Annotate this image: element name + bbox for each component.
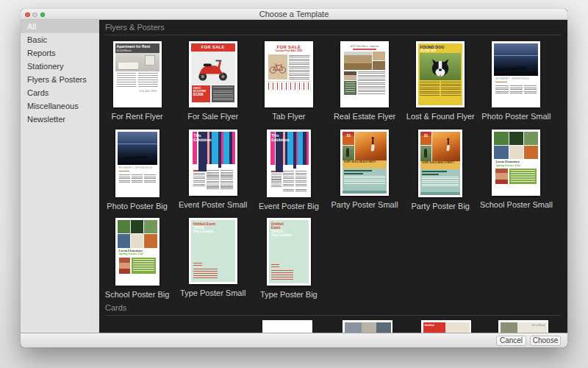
template-label: Party Poster Big — [412, 202, 470, 210]
thumbnail-school-poster-small: Lorem Elementary Spring Science Fair — [492, 130, 540, 196]
house-photo — [344, 52, 372, 70]
dialog-footer: Cancel Choose — [21, 333, 567, 347]
sidebar-item-miscellaneous[interactable]: Miscellaneous — [21, 99, 99, 113]
wall-frame-shape — [145, 55, 155, 66]
bike-photo — [268, 54, 287, 80]
living-room-photo — [115, 53, 159, 71]
pier-photo — [494, 43, 538, 76]
cancel-button[interactable]: Cancel — [496, 336, 526, 346]
photo-collage — [494, 132, 538, 159]
category-sidebar: All Basic Reports Stationery Flyers & Po… — [21, 20, 99, 333]
template-type-poster-big[interactable]: Untitled Event 7/26/13 The Location Type… — [251, 212, 326, 300]
calendar-date-box: 31 — [343, 132, 354, 145]
surfer-photo — [420, 146, 431, 160]
template-for-rent-flyer[interactable]: Apartment for Rent $1400/Month 123.456.7… — [99, 35, 175, 124]
template-photo-poster-big[interactable]: ROBERT JENNINGS Photo Poster Big — [99, 124, 175, 212]
scooter-graphic — [193, 54, 233, 84]
thumbnail-for-sale: FOR SALE — [189, 41, 237, 107]
sidebar-item-flyers-posters[interactable]: Flyers & Posters — [21, 73, 99, 86]
template-for-sale-flyer[interactable]: FOR SALE — [175, 35, 251, 124]
contact-box — [344, 81, 356, 94]
template-photo-poster-small[interactable]: ROBERT JENNINGS Photo Poster Small — [478, 35, 554, 124]
template-label: Photo Poster Big — [107, 202, 168, 210]
kid-photo — [119, 258, 130, 274]
thumbnail-event-poster-small: This Exhibition — [189, 130, 237, 196]
template-event-poster-small[interactable]: This Exhibition Event Poster Small — [175, 124, 251, 212]
thumbnail-event-poster-big: This Exhibition — [267, 130, 311, 197]
info-box — [132, 258, 156, 274]
template-card-untitled[interactable]: Untitled — [421, 320, 471, 333]
template-lost-found-flyer[interactable]: FOUND DOG 123-456-7890 — [403, 35, 478, 124]
template-label: Type Poster Small — [180, 289, 245, 297]
template-party-poster-small[interactable]: 31 SURF, SUN & BEACH P — [326, 124, 402, 212]
thumbnail-photo-poster-small: ROBERT JENNINGS — [492, 41, 540, 107]
template-event-poster-big[interactable]: This Exhibition Event Poster Big — [251, 124, 326, 212]
template-card-weve-moved[interactable]: We've Moved — [498, 320, 548, 333]
sidebar-item-cards[interactable]: Cards — [21, 86, 99, 99]
template-gallery[interactable]: Flyers & Posters Apartment for Rent $140… — [99, 20, 567, 333]
template-label: School Poster Big — [105, 290, 169, 299]
thumbnail-for-rent: Apartment for Rent $1400/Month 123.456.7… — [113, 41, 162, 107]
price-line — [353, 49, 376, 50]
template-tab-flyer[interactable]: FOR SALE Custom Fixie Bike: $300 — [251, 35, 326, 124]
template-label: Type Poster Big — [260, 290, 318, 299]
choose-button[interactable]: Choose — [530, 336, 561, 346]
template-label: For Sale Flyer — [187, 112, 238, 121]
template-card-photo[interactable] — [343, 320, 392, 333]
template-type-poster-small[interactable]: Untitled Event 7/26/13 The Location Type… — [175, 212, 251, 300]
surfer-photo — [343, 146, 354, 160]
date-line — [495, 82, 507, 83]
date-line — [119, 171, 129, 172]
thumbnail-tab-flyer: FOR SALE Custom Fixie Bike: $300 — [265, 41, 313, 107]
beach-photo — [432, 132, 460, 161]
thumbnail-type-poster-small: Untitled Event 7/26/13 The Location — [189, 218, 237, 284]
thumbnail-school-poster-big: Lorem Elementary Spring Science Fair — [115, 218, 159, 286]
cards-row-clipped: Untitled We've Moved — [99, 320, 567, 333]
choose-template-dialog: Choose a Template All Basic Reports Stat… — [21, 9, 567, 347]
agent-photo — [344, 71, 356, 80]
titlebar[interactable]: Choose a Template — [21, 9, 567, 20]
template-label: Photo Poster Small — [481, 112, 551, 121]
dog-graphic — [420, 53, 461, 80]
info-box — [509, 169, 537, 184]
beach-photo — [355, 132, 387, 160]
sidebar-item-reports[interactable]: Reports — [21, 46, 99, 60]
section-header-flyers: Flyers & Posters — [105, 23, 562, 35]
template-label: School Poster Small — [480, 200, 553, 209]
sidebar-item-newsletter[interactable]: Newsletter — [21, 113, 99, 126]
pier-photo — [118, 132, 157, 165]
couch-shape — [118, 63, 139, 69]
section-header-cards: Cards — [105, 303, 562, 316]
thumbnail-party-poster-small: 31 SURF, SUN & BEACH P — [340, 130, 389, 196]
template-label: Lost & Found Flyer — [406, 112, 475, 121]
thumbnail-type-poster-big: Untitled Event 7/26/13 The Location — [267, 218, 311, 286]
template-school-poster-big[interactable]: Lorem Elementary Spring Science Fair Sch… — [99, 212, 175, 300]
thumbnail-real-estate: 4521 First Street, Anytown — [340, 41, 389, 107]
template-card-blank[interactable] — [262, 320, 312, 333]
thumbnail-party-poster-big: 31 SURF, SUN & BEACH P — [418, 130, 462, 197]
bike-graphic — [268, 54, 287, 80]
template-label: Event Poster Small — [179, 200, 248, 209]
photo-collage — [118, 220, 157, 248]
template-party-poster-big[interactable]: 31 SURF, SUN & BEACH P — [403, 124, 478, 212]
scooter-photo — [191, 52, 235, 85]
flyers-grid: Apartment for Rent $1400/Month 123.456.7… — [99, 35, 567, 300]
window-title: Choose a Template — [21, 9, 567, 20]
sidebar-item-stationery[interactable]: Stationery — [21, 60, 99, 73]
template-label: For Rent Flyer — [111, 112, 162, 121]
thumbnail-lost-found: FOUND DOG 123-456-7890 — [416, 41, 465, 107]
poster-header: Apartment for Rent $1400/Month — [115, 43, 159, 53]
price-box: 100CC SCOOTER $1200 — [192, 85, 211, 102]
template-label: Event Poster Big — [259, 202, 319, 210]
template-label: Party Poster Small — [331, 200, 398, 209]
kid-photo — [495, 169, 508, 184]
sidebar-item-all[interactable]: All — [21, 20, 99, 33]
surfer-silhouette — [432, 132, 460, 161]
template-school-poster-small[interactable]: Lorem Elementary Spring Science Fair Sch… — [478, 124, 554, 212]
template-label: Tab Flyer — [272, 112, 305, 121]
template-real-estate-flyer[interactable]: 4521 First Street, Anytown — [326, 35, 402, 124]
calendar-date-box: 31 — [420, 132, 431, 145]
template-label: Real Estate Flyer — [334, 112, 395, 121]
thumbnail-photo-poster-big: ROBERT JENNINGS — [115, 130, 159, 197]
sidebar-item-basic[interactable]: Basic — [21, 33, 99, 46]
